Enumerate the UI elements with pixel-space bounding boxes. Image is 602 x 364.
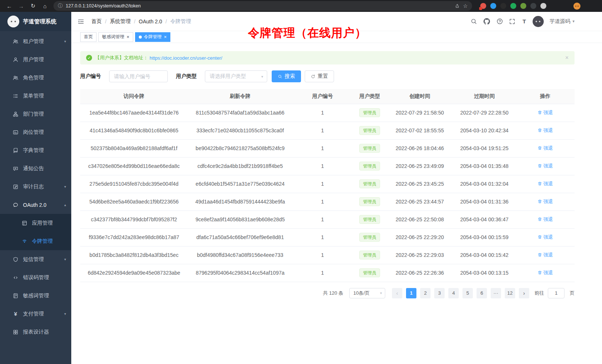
extension-icon[interactable] <box>530 3 536 9</box>
user-id-input[interactable] <box>109 70 168 82</box>
force-logout-button[interactable]: 强退 <box>537 145 553 152</box>
alert-close-icon[interactable]: × <box>565 55 569 61</box>
browser-forward-button[interactable]: → <box>16 1 26 11</box>
browser-reload-button[interactable]: ↻ <box>28 1 38 11</box>
sidebar-collapse-button[interactable] <box>77 18 85 25</box>
breadcrumb-item[interactable]: 首页 <box>91 18 102 25</box>
action-cell: 强退 <box>516 264 575 282</box>
force-logout-button[interactable]: 强退 <box>537 198 553 205</box>
browser-back-button[interactable]: ← <box>4 1 14 11</box>
search-button[interactable] <box>470 18 477 25</box>
fullscreen-icon[interactable] <box>509 18 516 25</box>
sidebar-item-oauth2-app[interactable]: 应用管理 <box>0 214 71 232</box>
share-button[interactable] <box>455 3 460 9</box>
tab-token[interactable]: 令牌管理× <box>135 32 171 42</box>
sidebar-item-oauth2[interactable]: OAuth 2.0▴ <box>0 196 71 214</box>
browser-home-button[interactable]: ⌂ <box>40 1 50 11</box>
refresh-token-cell: b0df4980ffd34c67a08f9156e4eee733 <box>188 246 292 264</box>
doc-link[interactable]: https://doc.iocoder.cn/user-center/ <box>150 55 222 61</box>
sidebar-item-error-code[interactable]: 错误码管理 <box>0 268 71 287</box>
user-id-cell: 1 <box>292 246 353 264</box>
sidebar-item-post[interactable]: 岗位管理 <box>0 123 71 141</box>
page-button-4[interactable]: 4 <box>448 288 459 298</box>
reset-button[interactable]: 重置 <box>305 70 334 82</box>
app-logo[interactable]: 芋道管理系统 <box>0 12 71 31</box>
extension-icon[interactable] <box>500 3 506 9</box>
sidebar-item-dict[interactable]: 字典管理 <box>0 141 71 159</box>
sidebar-item-sensitive-word[interactable]: 敏感词管理 <box>0 287 71 305</box>
page-button-5[interactable]: 5 <box>462 288 473 298</box>
force-logout-button[interactable]: 强退 <box>537 181 553 187</box>
prev-page-button[interactable]: ‹ <box>392 288 402 298</box>
created-at-cell: 2022-06-25 23:49:09 <box>387 157 453 175</box>
username[interactable]: 芋道源码 <box>549 18 570 25</box>
extension-icon[interactable] <box>490 3 496 9</box>
user-type-label: 用户类型 <box>176 73 197 80</box>
extension-icon[interactable] <box>540 3 546 9</box>
page-button-12[interactable]: 12 <box>505 288 515 298</box>
user-avatar[interactable] <box>533 16 544 27</box>
tab-home[interactable]: 首页 <box>80 32 96 42</box>
sidebar-item-tenant[interactable]: 租户管理▾ <box>0 32 71 50</box>
font-size-icon[interactable]: T <box>521 19 527 24</box>
page-button-3[interactable]: 3 <box>434 288 445 298</box>
sidebar-item-pay[interactable]: ¥支付管理▾ <box>0 305 71 323</box>
tab-sensitive-word[interactable]: 敏感词管理× <box>98 32 133 42</box>
page-size-select[interactable]: 10条/页 ▾ <box>349 288 385 298</box>
sidebar-item-dept[interactable]: 部门管理 <box>0 105 71 123</box>
more-pages-button[interactable]: ··· <box>491 288 501 298</box>
user-type-cell: 管理员 <box>353 246 387 264</box>
column-header: 创建时间 <box>387 89 453 104</box>
extension-icon[interactable] <box>520 3 526 9</box>
tab-close-icon[interactable]: × <box>164 34 167 39</box>
user-type-select[interactable]: 请选择用户类型 ▾ <box>205 70 267 82</box>
github-icon <box>483 17 491 25</box>
force-logout-button[interactable]: 强退 <box>537 234 553 241</box>
sidebar-item-audit-log[interactable]: 审计日志▾ <box>0 178 71 196</box>
sidebar-item-oauth2-token[interactable]: 令牌管理 <box>0 232 71 250</box>
sidebar-item-sms[interactable]: 短信管理▾ <box>0 250 71 268</box>
goto-page-input[interactable] <box>548 288 565 298</box>
github-icon[interactable] <box>483 17 491 25</box>
help-icon[interactable] <box>496 18 503 25</box>
breadcrumb-item[interactable]: OAuth 2.0 <box>139 19 162 24</box>
sidebar-item-user[interactable]: 用户管理 <box>0 50 71 69</box>
force-logout-button[interactable]: 强退 <box>537 127 553 134</box>
page-button-1[interactable]: 1 <box>406 288 416 298</box>
browser-address-bar[interactable]: ⓘ 127.0.0.1:1024/system/oauth2/token ☆ <box>53 1 472 11</box>
page-button-2[interactable]: 2 <box>420 288 431 298</box>
next-page-button[interactable]: › <box>519 288 529 298</box>
trash-icon <box>537 163 542 168</box>
sidebar-item-label: 菜单管理 <box>23 93 44 99</box>
user-menu-caret-icon[interactable]: ▾ <box>572 19 575 24</box>
page-button-6[interactable]: 6 <box>477 288 487 298</box>
bookmark-star-icon[interactable]: ☆ <box>463 3 468 9</box>
expires-at-cell: 2054-03-04 00:13:15 <box>453 264 516 282</box>
created-at-cell: 2022-06-26 18:04:46 <box>387 139 453 157</box>
extension-icon[interactable] <box>510 3 516 9</box>
notebook-icon <box>13 293 19 299</box>
search-button[interactable]: 搜索 <box>272 70 301 82</box>
refresh-token-cell: cdfc4ce9c2da4bb1bdf21b9918ff4be5 <box>188 157 292 175</box>
tab-close-icon[interactable]: × <box>127 34 130 39</box>
success-check-icon: ✓ <box>86 55 92 61</box>
sidebar-item-report-designer[interactable]: 报表设计器 <box>0 323 71 341</box>
force-logout-button[interactable]: 强退 <box>537 269 553 276</box>
force-logout-button[interactable]: 强退 <box>537 216 553 223</box>
sidebar-item-label: 错误码管理 <box>23 274 49 281</box>
column-header: 过期时间 <box>453 89 516 104</box>
sidebar-item-role[interactable]: 角色管理 <box>0 69 71 87</box>
force-logout-button[interactable]: 强退 <box>537 252 553 258</box>
sidebar-item-notice[interactable]: 通知公告 <box>0 159 71 178</box>
extension-icon[interactable] <box>480 3 486 9</box>
refresh-token-cell: 333ecfc71e02480cb11055c875c3ca0f <box>188 122 292 139</box>
trash-icon <box>537 110 542 115</box>
signal-icon <box>22 238 27 244</box>
sidebar-item-menu[interactable]: 菜单管理 <box>0 87 71 105</box>
force-logout-button[interactable]: 强退 <box>537 163 553 169</box>
browser-profile-avatar[interactable] <box>573 3 580 10</box>
breadcrumb-item[interactable]: 系统管理 <box>110 18 131 25</box>
site-info-icon[interactable]: ⓘ <box>58 3 63 9</box>
refresh-token-cell: be90422b8c7946218275a508bf524fc9 <box>188 139 292 157</box>
force-logout-button[interactable]: 强退 <box>537 109 553 116</box>
